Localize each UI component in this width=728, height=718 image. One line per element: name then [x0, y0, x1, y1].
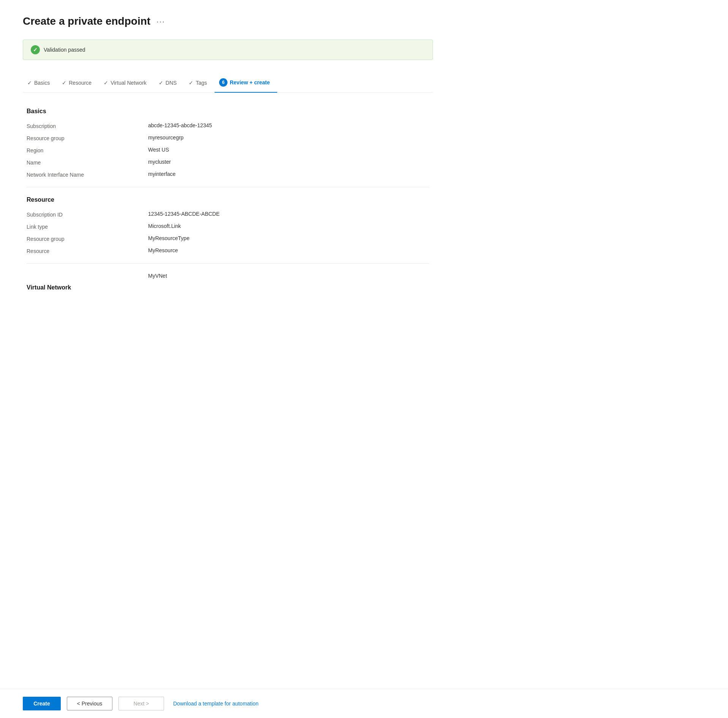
resource-check-icon: ✓ — [62, 80, 66, 86]
tab-dns-label: DNS — [166, 80, 177, 86]
resource-resource-group-row: Resource group MyResourceType — [27, 235, 429, 242]
name-row: Name mycluster — [27, 159, 429, 166]
network-interface-name-row: Network Interface Name myinterface — [27, 171, 429, 178]
tags-check-icon: ✓ — [189, 80, 193, 86]
subscription-id-label: Subscription ID — [27, 211, 148, 218]
tab-tags[interactable]: ✓ Tags — [184, 75, 215, 91]
region-row: Region West US — [27, 147, 429, 153]
page-title: Create a private endpoint — [23, 15, 150, 27]
resource-group-row: Resource group myresourcegrp — [27, 134, 429, 141]
virtual-network-section: Virtual Network — [27, 284, 429, 291]
resource-group-label: Resource group — [27, 134, 148, 141]
link-type-row: Link type Microsoft.Link — [27, 223, 429, 230]
subscription-value: abcde-12345-abcde-12345 — [148, 122, 212, 128]
resource-value: MyResource — [148, 247, 178, 253]
tab-resource[interactable]: ✓ Resource — [57, 75, 99, 91]
previous-button[interactable]: < Previous — [67, 697, 112, 710]
create-button[interactable]: Create — [23, 697, 61, 710]
next-button: Next > — [118, 697, 164, 710]
myvnet-value: MyVNet — [148, 273, 167, 279]
virtual-network-check-icon: ✓ — [104, 80, 108, 86]
validation-icon — [31, 45, 40, 54]
subscription-label: Subscription — [27, 122, 148, 129]
network-interface-name-value: myinterface — [148, 171, 175, 177]
basics-section-title: Basics — [27, 108, 429, 115]
link-type-value: Microsoft.Link — [148, 223, 181, 229]
tab-basics[interactable]: ✓ Basics — [23, 75, 57, 91]
validation-text: Validation passed — [44, 47, 85, 53]
tab-tags-label: Tags — [196, 80, 207, 86]
validation-banner: Validation passed — [23, 40, 433, 60]
resource-resource-group-value: MyResourceType — [148, 235, 190, 241]
virtual-network-section-title: Virtual Network — [27, 284, 429, 291]
ellipsis-menu-button[interactable]: ··· — [156, 17, 165, 26]
divider-1 — [27, 187, 429, 187]
basics-section: Basics Subscription abcde-12345-abcde-12… — [27, 108, 429, 178]
region-value: West US — [148, 147, 169, 153]
tab-basics-label: Basics — [34, 80, 50, 86]
network-interface-name-label: Network Interface Name — [27, 171, 148, 178]
myvnet-row: MyVNet — [27, 273, 429, 279]
resource-label: Resource — [27, 247, 148, 254]
resource-group-value: myresourcegrp — [148, 134, 183, 141]
tab-virtual-network[interactable]: ✓ Virtual Network — [99, 75, 154, 91]
link-type-label: Link type — [27, 223, 148, 230]
divider-2 — [27, 263, 429, 264]
content-area: Basics Subscription abcde-12345-abcde-12… — [23, 108, 433, 291]
name-value: mycluster — [148, 159, 171, 165]
steps-navigation: ✓ Basics ✓ Resource ✓ Virtual Network ✓ … — [23, 74, 433, 93]
tab-virtual-network-label: Virtual Network — [111, 80, 147, 86]
resource-section: Resource Subscription ID 12345-12345-ABC… — [27, 196, 429, 254]
tab-review-create-label: Review + create — [230, 79, 270, 85]
name-label: Name — [27, 159, 148, 166]
review-create-badge: 6 — [219, 78, 227, 87]
subscription-id-row: Subscription ID 12345-12345-ABCDE-ABCDE — [27, 211, 429, 218]
region-label: Region — [27, 147, 148, 153]
dns-check-icon: ✓ — [159, 80, 163, 86]
tab-dns[interactable]: ✓ DNS — [154, 75, 185, 91]
tab-review-create[interactable]: 6 Review + create — [215, 74, 277, 93]
subscription-id-value: 12345-12345-ABCDE-ABCDE — [148, 211, 220, 217]
basics-check-icon: ✓ — [27, 80, 32, 86]
tab-resource-label: Resource — [69, 80, 92, 86]
subscription-row: Subscription abcde-12345-abcde-12345 — [27, 122, 429, 129]
download-template-link[interactable]: Download a template for automation — [173, 701, 259, 707]
page-header: Create a private endpoint ··· — [23, 15, 433, 27]
resource-section-title: Resource — [27, 196, 429, 203]
bottom-bar: Create < Previous Next > Download a temp… — [0, 689, 728, 718]
resource-row: Resource MyResource — [27, 247, 429, 254]
resource-resource-group-label: Resource group — [27, 235, 148, 242]
myvnet-empty-label — [27, 273, 148, 274]
